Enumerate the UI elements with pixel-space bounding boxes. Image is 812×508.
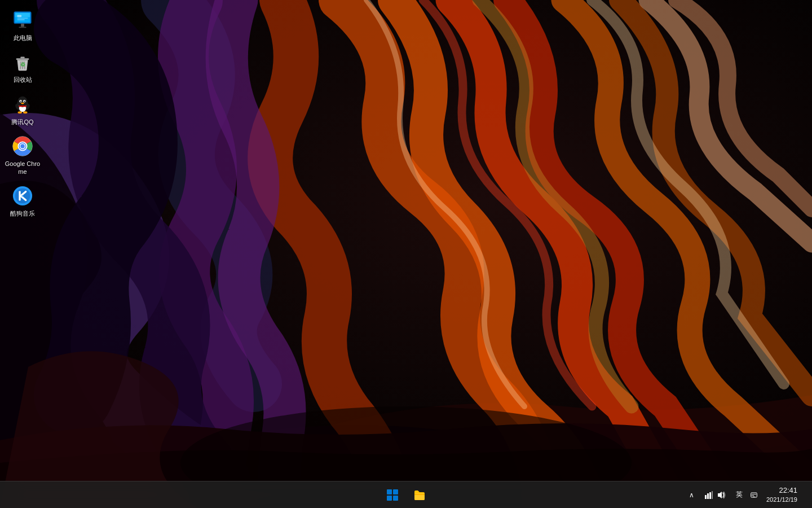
- svg-point-39: [21, 195, 24, 198]
- desktop-icons: 此电脑 ♻ 回收站: [0, 0, 45, 227]
- recycle-icon-label: 回收站: [14, 76, 32, 84]
- tray-overflow-button[interactable]: ∧: [686, 489, 698, 501]
- show-desktop-button[interactable]: [804, 483, 807, 507]
- wallpaper: [0, 0, 812, 508]
- tray-overflow-icon: ∧: [689, 491, 694, 499]
- svg-rect-47: [707, 493, 709, 499]
- folder-icon: [413, 489, 426, 501]
- svg-rect-12: [20, 57, 25, 59]
- monitor-icon-label: 此电脑: [14, 34, 32, 42]
- monitor-icon: [11, 9, 34, 32]
- kuwo-icon: [11, 185, 34, 207]
- svg-rect-41: [393, 489, 398, 494]
- svg-point-35: [20, 144, 25, 148]
- recycle-bin-icon: ♻: [11, 51, 34, 73]
- svg-rect-42: [387, 496, 392, 501]
- taskbar-center: [380, 483, 432, 507]
- svg-rect-9: [17, 17, 28, 19]
- svg-point-22: [20, 100, 22, 102]
- desktop-icon-kuwo[interactable]: 酷狗音乐: [1, 181, 44, 221]
- qq-icon: [11, 93, 34, 116]
- system-tray[interactable]: [700, 487, 730, 503]
- svg-point-27: [17, 111, 22, 113]
- language-indicator[interactable]: 英: [732, 488, 746, 502]
- svg-rect-11: [16, 59, 29, 60]
- desktop-icon-qq[interactable]: 腾讯QQ: [1, 90, 44, 129]
- qq-icon-label: 腾讯QQ: [11, 118, 33, 126]
- file-explorer-button[interactable]: [407, 483, 432, 507]
- desktop-icon-recycle[interactable]: ♻ 回收站: [1, 47, 44, 87]
- svg-rect-40: [387, 489, 392, 494]
- desktop-icon-monitor[interactable]: 此电脑: [1, 6, 44, 45]
- svg-rect-55: [752, 495, 752, 496]
- taskbar: ∧: [0, 481, 812, 508]
- svg-point-24: [21, 100, 21, 101]
- clock-time: 22:41: [779, 485, 797, 496]
- svg-point-26: [21, 102, 24, 104]
- desktop-icon-chrome[interactable]: Google Chrome: [1, 132, 44, 179]
- svg-rect-8: [17, 15, 22, 17]
- windows-logo-icon: [386, 489, 399, 501]
- chrome-icon-label: Google Chrome: [3, 160, 42, 176]
- svg-rect-54: [756, 494, 756, 494]
- svg-rect-10: [17, 19, 25, 20]
- svg-rect-56: [753, 495, 753, 496]
- svg-rect-45: [414, 494, 425, 495]
- svg-rect-49: [712, 491, 713, 499]
- clock-display[interactable]: 22:41 2021/12/19: [762, 484, 802, 506]
- svg-rect-46: [705, 495, 707, 499]
- speaker-tray-icon: [716, 489, 727, 501]
- svg-rect-6: [21, 24, 24, 27]
- svg-rect-48: [709, 492, 711, 499]
- svg-point-28: [23, 111, 28, 113]
- start-button[interactable]: [380, 483, 405, 507]
- svg-rect-7: [19, 27, 26, 28]
- svg-rect-53: [754, 494, 755, 494]
- svg-point-23: [24, 100, 25, 102]
- svg-rect-57: [753, 496, 754, 497]
- network-tray-icon: [703, 489, 714, 501]
- taskbar-right: ∧: [686, 483, 807, 507]
- input-method-icon[interactable]: [748, 489, 760, 501]
- svg-rect-51: [752, 494, 752, 494]
- svg-rect-43: [393, 496, 398, 501]
- svg-point-25: [25, 100, 25, 101]
- desktop: 此电脑 ♻ 回收站: [0, 0, 812, 508]
- kuwo-icon-label: 酷狗音乐: [10, 209, 35, 217]
- chrome-icon: [11, 135, 34, 157]
- svg-rect-52: [753, 494, 753, 494]
- svg-text:♻: ♻: [20, 62, 25, 68]
- language-text: 英: [736, 491, 743, 498]
- clock-date: 2021/12/19: [766, 496, 797, 504]
